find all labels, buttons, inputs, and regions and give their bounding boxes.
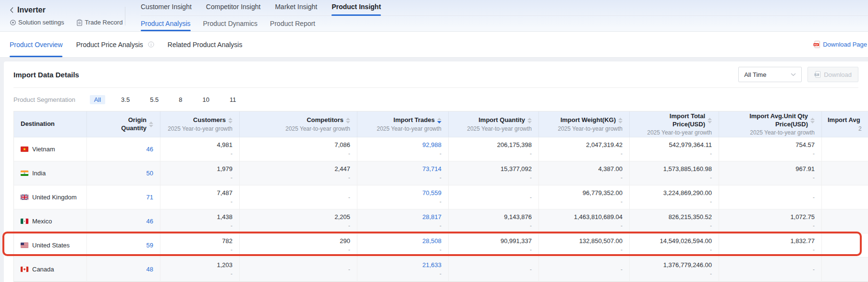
download-button[interactable]: X Download (807, 67, 858, 82)
column-header-import-avg-unit-qty-price[interactable]: Import Avg.Unit Qty Price(USD)2025 Year-… (719, 111, 822, 137)
sort-carets-icon[interactable] (618, 118, 623, 123)
value: 4,981 (217, 141, 232, 148)
sort-carets-icon[interactable] (346, 118, 350, 123)
column-header-competitors[interactable]: Competitors2025 Year-to-year growth (240, 111, 357, 137)
destination-label: India (32, 170, 46, 177)
primary-tab-product-insight[interactable]: Product Insight (331, 3, 381, 15)
subnav-tab-product-overview[interactable]: Product Overview (10, 32, 62, 57)
solution-settings-button[interactable]: Solution settings (10, 19, 64, 26)
import-trades-link[interactable]: 21,633 (422, 261, 441, 269)
value: 1,203 (217, 261, 232, 269)
segmentation-option-5-5[interactable]: 5.5 (146, 95, 163, 104)
yoy-growth: - (710, 270, 712, 277)
pdf-icon: PDF (813, 41, 820, 48)
import-trades-link[interactable]: 73,714 (422, 165, 441, 172)
cell-customers: 1,438- (160, 209, 240, 233)
info-icon (148, 41, 154, 48)
column-header-import-trades[interactable]: Import Trades2025 Year-to-year growth (357, 111, 449, 137)
segmentation-option-3-5[interactable]: 3.5 (117, 95, 134, 104)
import-trades-link[interactable]: 28,817 (422, 213, 441, 221)
table-row-mexico: Mexico461,438-2,205-28,817-9,143,876-1,4… (14, 209, 868, 233)
sort-carets-icon[interactable] (149, 122, 153, 127)
column-header-destination: Destination (14, 111, 87, 137)
column-header-customers[interactable]: Customers2025 Year-to-year growth (160, 111, 240, 137)
yoy-growth: - (621, 150, 623, 157)
yoy-growth: - (348, 174, 350, 181)
primary-tab-customer-insight[interactable]: Customer Insight (141, 3, 192, 15)
origin-quantity-link[interactable]: 71 (147, 194, 153, 201)
yoy-growth: - (440, 246, 441, 253)
import-trades-link[interactable]: 28,508 (422, 237, 441, 245)
cell-competitors: 2,447- (240, 161, 357, 185)
trade-record-button[interactable]: Trade Record (76, 19, 122, 26)
yoy-growth: - (710, 150, 712, 157)
sort-carets-icon[interactable] (708, 118, 712, 123)
yoy-growth: - (440, 198, 441, 205)
cell-import-total-price: 1,573,885,160.98- (630, 161, 719, 185)
origin-quantity-link[interactable]: 59 (147, 242, 153, 249)
value: 14,549,026,594.00 (660, 237, 712, 245)
cell-customers: 7,487- (160, 185, 240, 209)
secondary-tab-product-report[interactable]: Product Report (270, 16, 315, 31)
value: 206,175,398 (497, 141, 532, 148)
subnav-tab-product-price-analysis[interactable]: Product Price Analysis (76, 32, 154, 57)
secondary-tab-product-analysis[interactable]: Product Analysis (141, 16, 191, 31)
value: 754.57 (795, 141, 815, 148)
vertical-divider (125, 7, 125, 25)
cell-import-quantity: 15,377,092- (449, 161, 539, 185)
secondary-tab-product-dynamics[interactable]: Product Dynamics (203, 16, 258, 31)
yoy-growth: - (440, 270, 441, 277)
import-data-table: DestinationOriginQuantityCustomers2025 Y… (13, 111, 868, 282)
origin-quantity-link[interactable]: 50 (147, 170, 153, 177)
cell-competitors: 7,086- (240, 137, 357, 161)
value: 1,072.75 (790, 213, 815, 221)
flag-ca-icon (21, 267, 28, 272)
column-header-import-weight[interactable]: Import Weight(KG)2025 Year-to-year growt… (539, 111, 630, 137)
import-trades-link[interactable]: 92,988 (422, 141, 441, 148)
destination-label: United States (32, 242, 70, 249)
origin-quantity-link[interactable]: 48 (147, 266, 153, 273)
svg-text:PDF: PDF (814, 44, 819, 46)
value: 1,376,779,246.00 (663, 261, 712, 269)
segmentation-option-10[interactable]: 10 (198, 95, 213, 104)
import-trades-link[interactable]: 70,559 (422, 189, 441, 196)
cell-import-avg-truncated (822, 257, 868, 281)
sort-carets-icon[interactable] (228, 118, 232, 123)
time-filter-select[interactable]: All Time (738, 67, 802, 82)
yoy-growth: - (813, 246, 815, 253)
primary-tab-market-insight[interactable]: Market Insight (275, 3, 317, 15)
segmentation-option-all[interactable]: All (90, 95, 105, 104)
cell-import-weight: 96,779,352.00- (539, 185, 630, 209)
cell-import-avg-unit-qty-price: - (719, 257, 822, 281)
yoy-growth: - (231, 198, 232, 205)
page-title: Inverter (17, 6, 46, 14)
cell-import-avg-unit-qty-price: 754.57- (719, 137, 822, 161)
download-page-link[interactable]: PDF Download Page (813, 41, 867, 48)
sort-carets-icon[interactable] (810, 118, 815, 123)
subnav-tab-related-product-analysis[interactable]: Related Product Analysis (168, 32, 243, 57)
segmentation-option-11[interactable]: 11 (225, 95, 241, 104)
value: 96,779,352.00 (583, 189, 623, 196)
cell-import-avg-truncated (822, 233, 868, 257)
yoy-growth: - (621, 246, 623, 253)
sort-carets-icon[interactable] (437, 118, 441, 123)
column-header-import-quantity[interactable]: Import Quantity2025 Year-to-year growth (449, 111, 539, 137)
yoy-growth: - (440, 222, 441, 229)
sort-carets-icon[interactable] (527, 118, 532, 123)
value: 1,573,885,160.98 (663, 165, 712, 172)
origin-quantity-link[interactable]: 46 (147, 146, 153, 153)
flag-us-icon (21, 243, 28, 248)
column-header-origin-quantity[interactable]: OriginQuantity (87, 111, 160, 137)
column-header-import-total-price[interactable]: Import Total Price(USD)2025 Year-to-year… (630, 111, 719, 137)
cell-competitors: 2,205- (240, 209, 357, 233)
value: 1,463,810,689.04 (574, 213, 623, 221)
analysis-subnav: Product OverviewProduct Price AnalysisRe… (0, 32, 868, 58)
destination-label: United Kingdom (32, 194, 77, 201)
origin-quantity-link[interactable]: 46 (147, 218, 153, 225)
cell-import-quantity: 9,143,876- (449, 209, 539, 233)
primary-tab-competitor-insight[interactable]: Competitor Insight (206, 3, 261, 15)
cell-import-avg-truncated (822, 185, 868, 209)
value: 542,979,364.11 (669, 141, 712, 148)
segmentation-option-8[interactable]: 8 (174, 95, 186, 104)
back-icon[interactable] (10, 7, 14, 13)
